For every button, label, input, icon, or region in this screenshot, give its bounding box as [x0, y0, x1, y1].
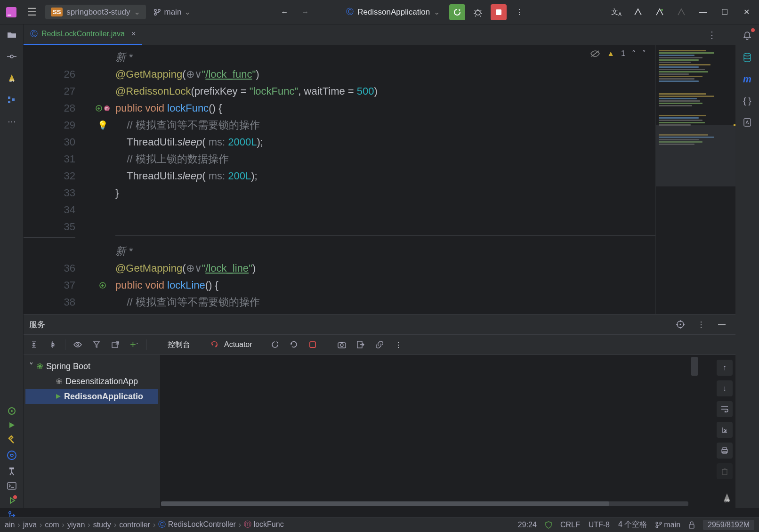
database-tool-icon[interactable] [741, 51, 754, 64]
restart-icon[interactable] [268, 338, 282, 351]
nav-back-button[interactable]: ← [276, 4, 292, 20]
more-actions-button[interactable]: ⋮ [511, 4, 527, 20]
notifications-icon[interactable] [741, 29, 754, 42]
hide-panel-button[interactable]: — [714, 316, 730, 332]
json-tool-icon[interactable]: { } [741, 94, 754, 107]
services-tree[interactable]: ˅ ❀ Spring Boot ❀ DesensitizationApp Red… [24, 355, 160, 508]
services-more-button[interactable]: ⋮ [693, 316, 709, 332]
code-with-me-icon[interactable] [630, 4, 646, 20]
nav-forward-button[interactable]: → [297, 4, 313, 20]
project-tool-icon[interactable] [5, 28, 18, 41]
collapse-all-icon[interactable] [46, 338, 59, 351]
target-icon[interactable] [672, 316, 688, 332]
file-encoding[interactable]: UTF-8 [589, 521, 610, 529]
lock-icon[interactable] [689, 521, 694, 529]
caret-position[interactable]: 29:24 [518, 521, 537, 529]
console-output[interactable]: ↑ ↓ JR [160, 355, 735, 508]
jrebel-icon[interactable]: JR [5, 72, 18, 85]
reader-mode-icon[interactable]: A [741, 116, 754, 129]
shield-icon[interactable] [545, 521, 552, 529]
svg-point-7 [661, 9, 663, 11]
add-icon[interactable]: +˅ [128, 338, 141, 351]
indent[interactable]: 4 个空格 [618, 520, 647, 530]
project-dropdown[interactable]: SS springboot3-study ⌄ [45, 5, 146, 19]
run-config-dropdown[interactable]: Ⓒ RedissonApplication ⌄ [341, 5, 444, 19]
console-scrollbar[interactable] [691, 357, 698, 376]
terminal-tool-icon[interactable] [7, 482, 16, 490]
services-tool-icon[interactable] [8, 407, 16, 415]
svg-rect-16 [9, 468, 14, 469]
run-config-label: RedissonApplication [357, 8, 430, 17]
structure-tool-icon[interactable] [5, 93, 18, 106]
problems-tool-icon[interactable] [8, 496, 16, 505]
console-hscroll[interactable] [161, 501, 688, 506]
rerun-button[interactable] [449, 4, 465, 20]
soft-wrap-icon[interactable] [717, 401, 733, 417]
commit-tool-icon[interactable] [5, 50, 18, 63]
svg-rect-17 [8, 483, 16, 489]
ai-tool-icon[interactable] [7, 450, 17, 460]
clear-icon[interactable] [717, 463, 733, 479]
scroll-down-icon[interactable]: ↓ [717, 380, 733, 396]
close-tab-icon[interactable]: × [131, 30, 136, 38]
tab-more-button[interactable]: ⋮ [707, 29, 717, 40]
code-area[interactable]: 新 *@GetMapping(⊕∨"/lock_func")@RedissonL… [115, 45, 655, 314]
intellij-logo-icon[interactable] [5, 6, 18, 19]
filter-icon[interactable] [90, 338, 103, 351]
svg-point-15 [8, 451, 16, 459]
stop-button[interactable] [491, 4, 507, 20]
toolbar-more-button[interactable]: ⋮ [392, 338, 405, 351]
minimap-viewport[interactable] [656, 125, 735, 186]
run-tool-icon[interactable] [8, 422, 15, 428]
project-badge: SS [51, 8, 63, 16]
next-highlight-button[interactable]: ˅ [642, 49, 646, 58]
svg-point-42 [660, 522, 662, 524]
close-window-button[interactable]: ✕ [738, 4, 754, 20]
build-tool-icon[interactable] [8, 435, 16, 443]
tree-node-spring-boot[interactable]: ˅ ❀ Spring Boot [25, 359, 158, 374]
editor[interactable]: 26272829303132333435 36373839 m💡 新 *@Get… [24, 45, 735, 314]
actuator-tab[interactable]: Actuator [224, 340, 252, 349]
show-icon[interactable] [71, 338, 84, 351]
print-icon[interactable] [717, 443, 733, 459]
more-tools-icon[interactable]: ⋯ [5, 115, 18, 128]
search-icon[interactable] [652, 4, 668, 20]
camera-icon[interactable] [335, 338, 348, 351]
git-branch-status[interactable]: main [655, 521, 680, 529]
debug-button[interactable] [470, 4, 486, 20]
eye-off-icon[interactable] [590, 50, 600, 57]
chevron-down-icon: ⌄ [134, 7, 140, 17]
scroll-up-icon[interactable]: ↑ [717, 360, 733, 376]
jrebel-console-icon[interactable]: JR [721, 492, 733, 503]
maximize-button[interactable]: ☐ [717, 4, 733, 20]
rerun-icon[interactable] [287, 338, 300, 351]
translate-icon[interactable]: 文A [608, 4, 624, 20]
update-icon[interactable] [673, 4, 689, 20]
prev-highlight-button[interactable]: ˄ [632, 49, 636, 58]
scroll-to-end-icon[interactable] [717, 422, 733, 438]
minimize-button[interactable]: — [695, 4, 711, 20]
breadcrumb[interactable]: ain › java › com › yiyan › study › contr… [5, 520, 284, 530]
tab-redislockcontroller[interactable]: Ⓒ RedisLockController.java × [24, 24, 142, 45]
branch-dropdown[interactable]: main ⌄ [149, 5, 195, 19]
main-menu-button[interactable]: ☰ [25, 4, 39, 20]
minimap[interactable] [655, 45, 735, 314]
new-window-icon[interactable] [109, 338, 122, 351]
inspection-widget[interactable]: ▲ 1 ˄ ˅ [590, 49, 646, 58]
svg-rect-11 [8, 101, 10, 103]
chevron-down-icon: ˅ [29, 361, 33, 371]
stop-svc-button[interactable] [306, 338, 319, 351]
console-tab[interactable]: 控制台 [168, 340, 190, 350]
chevron-down-icon: ⌄ [434, 8, 440, 16]
line-separator[interactable]: CRLF [560, 521, 580, 529]
exit-icon[interactable] [354, 338, 367, 351]
svg-rect-31 [340, 342, 343, 343]
vcs-tool-icon[interactable] [8, 467, 16, 476]
tree-node-app-selected[interactable]: RedissonApplicatio [25, 389, 158, 404]
tree-node-app[interactable]: ❀ DesensitizationApp [25, 374, 158, 389]
link-icon[interactable] [373, 338, 386, 351]
maven-tool-icon[interactable]: m [741, 73, 754, 86]
svg-rect-36 [722, 469, 727, 475]
memory-indicator[interactable]: 2959/8192M [703, 520, 754, 530]
expand-all-icon[interactable] [27, 338, 40, 351]
